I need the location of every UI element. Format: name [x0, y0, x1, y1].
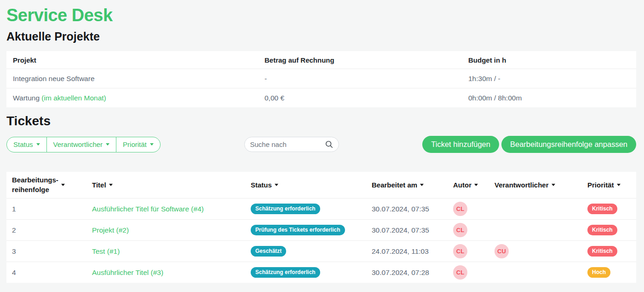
status-badge: Geschätzt: [251, 246, 286, 257]
sort-autor[interactable]: Autor: [453, 181, 478, 189]
chevron-down-icon: [36, 143, 40, 146]
priority-badge: Kritisch: [587, 225, 617, 235]
status-badge: Prüfung des Tickets erforderlich: [251, 225, 345, 235]
search-icon: [325, 140, 333, 148]
filter-prioritaet-button[interactable]: Priorität: [116, 137, 160, 152]
filter-status-button[interactable]: Status: [7, 137, 47, 152]
priority-badge: Hoch: [587, 267, 610, 278]
filter-verantwortlicher-button[interactable]: Verantwortlicher: [47, 137, 117, 152]
tickets-table-header-row: Bearbeitungs- reihenfolge Titel Status B…: [6, 172, 636, 198]
author-avatar: CL: [453, 244, 467, 258]
sort-bearbeitet-am[interactable]: Bearbeitet am: [372, 181, 424, 189]
project-budget: 0h:00m / 8h:00m: [468, 94, 630, 102]
ticket-edited-date: 30.07.2024, 07:35: [372, 226, 453, 234]
sort-caret-icon: [109, 184, 113, 186]
search-input[interactable]: [250, 140, 322, 148]
page-title: Service Desk: [6, 6, 636, 25]
sort-caret-icon: [275, 184, 278, 186]
sort-caret-icon: [61, 184, 65, 186]
tickets-table: Bearbeitungs- reihenfolge Titel Status B…: [6, 172, 636, 283]
projects-col-budget: Budget in h: [468, 56, 630, 64]
service-desk-page: Service Desk Aktuelle Projekte Projekt B…: [0, 0, 644, 283]
project-name: Wartung (im aktuellen Monat): [13, 94, 264, 102]
ticket-order: 1: [12, 205, 92, 213]
project-amount: -: [264, 75, 468, 83]
sort-caret-icon: [552, 184, 555, 186]
status-badge: Schätzung erforderlich: [251, 267, 320, 278]
author-avatar: CL: [453, 265, 467, 280]
chevron-down-icon: [106, 143, 109, 146]
ticket-title-link[interactable]: Ausführlicher Titel für Software (#4): [92, 205, 204, 213]
ticket-title-link[interactable]: Projekt (#2): [92, 226, 129, 234]
sort-status[interactable]: Status: [251, 181, 278, 189]
projects-table-header-row: Projekt Betrag auf Rechnung Budget in h: [6, 51, 636, 69]
status-badge: Schätzung erforderlich: [251, 204, 320, 214]
project-amount: 0,00 €: [264, 94, 468, 102]
author-avatar: CL: [453, 202, 467, 216]
ticket-row: 4 Ausführlicher Titel (#3) Schätzung erf…: [6, 262, 636, 283]
ticket-edited-date: 30.07.2024, 07:28: [372, 269, 453, 277]
tickets-toolbar: Status Verantwortlicher Priorität: [6, 136, 636, 153]
ticket-order: 3: [12, 247, 92, 256]
sort-titel[interactable]: Titel: [92, 181, 113, 189]
sort-prioritaet[interactable]: Priorität: [587, 181, 621, 189]
ticket-order: 2: [12, 226, 92, 234]
project-row: Integration neue Software - 1h:30m / -: [6, 69, 636, 88]
sort-caret-icon: [420, 184, 424, 186]
author-avatar: CL: [453, 223, 467, 237]
add-ticket-button[interactable]: Ticket hinzufügen: [422, 136, 499, 153]
projects-col-betrag: Betrag auf Rechnung: [264, 56, 468, 64]
reorder-button[interactable]: Bearbeitungsreihenfolge anpassen: [501, 136, 636, 153]
sort-bearbeitungsreihenfolge[interactable]: Bearbeitungs- reihenfolge: [12, 175, 65, 194]
sort-caret-icon: [474, 184, 478, 186]
project-row: Wartung (im aktuellen Monat) 0,00 € 0h:0…: [6, 88, 636, 107]
ticket-title-link[interactable]: Test (#1): [92, 247, 120, 255]
filter-button-group: Status Verantwortlicher Priorität: [6, 137, 161, 152]
projects-heading: Aktuelle Projekte: [6, 30, 636, 43]
chevron-down-icon: [150, 143, 154, 146]
search-box[interactable]: [244, 137, 339, 152]
project-note: (im aktuellen Monat): [41, 94, 106, 102]
priority-badge: Kritisch: [587, 246, 617, 257]
action-buttons: Ticket hinzufügen Bearbeitungsreihenfolg…: [422, 136, 636, 153]
projects-table: Projekt Betrag auf Rechnung Budget in h …: [6, 51, 636, 107]
ticket-title-link[interactable]: Ausführlicher Titel (#3): [92, 269, 163, 276]
sort-verantwortlicher[interactable]: Verantwortlicher: [494, 181, 555, 189]
project-name: Integration neue Software: [13, 75, 264, 83]
ticket-edited-date: 24.07.2024, 11:03: [372, 247, 453, 256]
assignee-avatar: CU: [494, 244, 509, 258]
ticket-edited-date: 30.07.2024, 07:35: [372, 205, 453, 213]
priority-badge: Kritisch: [587, 204, 617, 214]
ticket-row: 3 Test (#1) Geschätzt 24.07.2024, 11:03 …: [6, 240, 636, 262]
sort-caret-icon: [617, 184, 621, 186]
tickets-heading: Tickets: [6, 114, 636, 128]
projects-col-projekt: Projekt: [13, 56, 264, 64]
ticket-row: 1 Ausführlicher Titel für Software (#4) …: [6, 198, 636, 219]
ticket-row: 2 Projekt (#2) Prüfung des Tickets erfor…: [6, 219, 636, 240]
project-budget: 1h:30m / -: [468, 75, 630, 83]
ticket-order: 4: [12, 269, 92, 277]
